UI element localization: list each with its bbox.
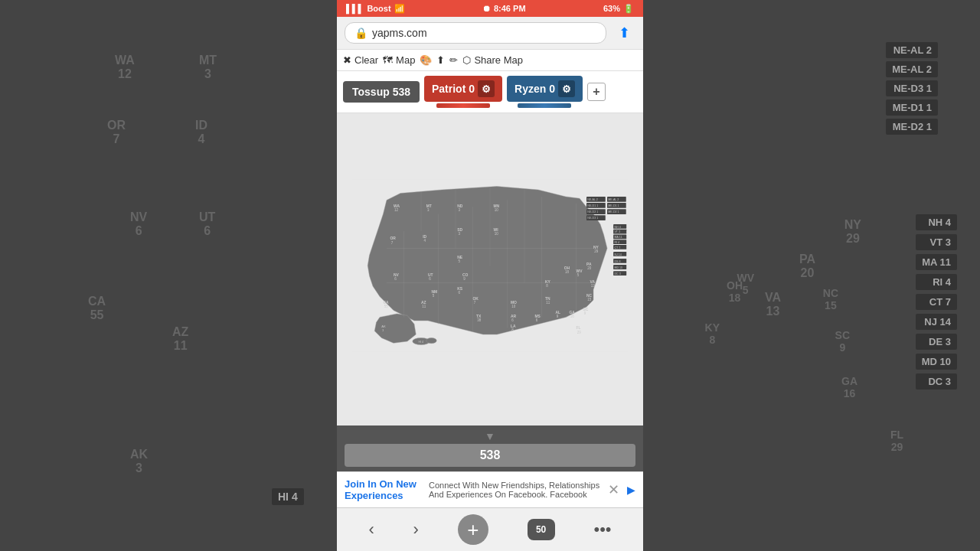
bg-state-ak: AK3: [130, 448, 148, 475]
bottom-nav: ‹ › + 50 •••: [337, 507, 643, 551]
badge-vt: VT 3: [916, 234, 957, 250]
badge-md: MD 10: [916, 354, 957, 370]
patriot-button[interactable]: Patriot 0 ⚙: [424, 76, 502, 102]
status-right: 63% 🔋: [603, 4, 634, 14]
bg-label-ne-al2: NE-AL 2: [886, 42, 938, 58]
map-icon: 🗺: [383, 54, 393, 66]
new-tab-button[interactable]: +: [458, 514, 488, 545]
record-icon: ⏺: [482, 4, 491, 13]
tabs-button[interactable]: 50: [528, 519, 555, 540]
ad-banner: Join In On New Experiences Connect With …: [337, 471, 643, 507]
forward-button[interactable]: ›: [413, 520, 419, 540]
map-area: WA 12 MT 3 OR 7 ID 4 ND 3 SD 3 NE 5 MN 1…: [337, 113, 643, 425]
svg-text:MA 11: MA 11: [614, 236, 622, 239]
badge-nh: NH 4: [916, 214, 957, 230]
menu-button[interactable]: •••: [593, 520, 611, 540]
svg-text:16: 16: [570, 315, 575, 318]
map-button[interactable]: 🗺 Map: [383, 54, 415, 66]
url-text: yapms.com: [372, 27, 427, 39]
battery-icon: 🔋: [623, 4, 634, 14]
ryzen-button[interactable]: Ryzen 0 ⚙: [507, 76, 583, 102]
url-box[interactable]: 🔒 yapms.com: [345, 22, 606, 44]
add-candidate-button[interactable]: +: [587, 83, 606, 101]
svg-text:38: 38: [477, 318, 482, 322]
ad-cta[interactable]: Join In On New Experiences: [345, 478, 421, 501]
ryzen-gear[interactable]: ⚙: [558, 80, 575, 97]
paint-button[interactable]: 🎨: [420, 54, 432, 66]
svg-text:WI: WI: [494, 228, 499, 232]
status-center: ⏺ 8:46 PM: [482, 4, 526, 13]
svg-text:NE-D2 1: NE-D2 1: [587, 210, 598, 214]
phone-frame: ▌▌▌ Boost 📶 ⏺ 8:46 PM 63% 🔋 🔒 yapms.com …: [337, 0, 643, 551]
svg-text:WV: WV: [577, 269, 583, 273]
ad-close-button[interactable]: ✕: [608, 481, 619, 498]
edit-button[interactable]: ✏: [449, 54, 458, 66]
svg-point-4: [426, 338, 437, 344]
svg-text:13: 13: [591, 284, 596, 288]
patriot-color-bar: [436, 103, 490, 108]
badge-ct: CT 7: [916, 294, 957, 310]
svg-text:ME-D2 1: ME-D2 1: [608, 210, 619, 214]
back-button[interactable]: ‹: [368, 520, 374, 540]
candidate-bar: Tossup 538 Patriot 0 ⚙ Ryzen 0 ⚙ +: [337, 71, 643, 113]
bg-ny: NY29: [844, 218, 861, 246]
bg-state-or: OR7: [107, 119, 126, 146]
battery-label: 63%: [603, 4, 620, 13]
svg-text:15: 15: [587, 298, 592, 302]
bg-label-me-al2: ME-AL 2: [886, 61, 938, 77]
bg-pa: PA20: [799, 253, 815, 280]
score-triangle: ▼: [485, 430, 495, 442]
svg-text:WA: WA: [394, 204, 400, 208]
svg-text:RI 4: RI 4: [614, 241, 619, 244]
svg-text:DC 3: DC 3: [614, 272, 620, 276]
bg-ga: GA16: [841, 375, 858, 399]
ad-body: Connect With New Friendships, Relationsh…: [429, 481, 600, 499]
share-button[interactable]: ⬆: [612, 21, 635, 44]
svg-text:HI 4: HI 4: [418, 341, 423, 344]
patriot-gear[interactable]: ⚙: [478, 80, 495, 97]
clear-button[interactable]: ✖ Clear: [343, 54, 378, 66]
signal-icon: ▌▌▌: [346, 4, 364, 13]
share-map-label: Share Map: [474, 54, 523, 66]
score-value: 538: [480, 448, 501, 461]
us-map[interactable]: WA 12 MT 3 OR 7 ID 4 ND 3 SD 3 NE 5 MN 1…: [352, 178, 628, 361]
svg-text:NC: NC: [586, 294, 593, 298]
svg-text:CO: CO: [462, 273, 469, 277]
toolbar: ✖ Clear 🗺 Map 🎨 ⬆ ✏ ⬡ Share Map: [337, 50, 643, 71]
svg-text:11: 11: [422, 305, 426, 308]
svg-text:AR: AR: [511, 315, 517, 318]
bg-state-ca: CA55: [88, 295, 106, 322]
ryzen-group: Ryzen 0 ⚙: [507, 76, 583, 108]
svg-text:MO: MO: [511, 301, 517, 305]
tabs-count: 50: [536, 524, 546, 535]
bg-nc: NC15: [823, 287, 838, 311]
bg-state-wa: WA12: [115, 54, 135, 81]
upload-button[interactable]: ⬆: [436, 54, 445, 66]
address-bar: 🔒 yapms.com ⬆: [337, 17, 643, 50]
svg-text:10: 10: [511, 305, 516, 308]
svg-text:OH: OH: [564, 266, 570, 270]
share-map-button[interactable]: ⬡ Share Map: [462, 54, 523, 66]
badge-nj: NJ 14: [916, 314, 957, 330]
bg-fl: FL29: [890, 429, 903, 453]
svg-text:CA: CA: [384, 301, 390, 305]
svg-text:12: 12: [394, 208, 399, 212]
badge-ma: MA 11: [916, 254, 957, 270]
clear-label: Clear: [354, 54, 378, 66]
edit-icon: ✏: [449, 54, 458, 66]
svg-text:NJ 14: NJ 14: [614, 253, 621, 256]
bg-label-me-d1: ME-D1 1: [886, 99, 938, 116]
svg-text:ME-D1 1: ME-D1 1: [608, 204, 619, 207]
bg-ky: KY8: [705, 321, 720, 346]
carrier-label: Boost: [367, 4, 390, 13]
tossup-button[interactable]: Tossup 538: [343, 81, 420, 103]
svg-text:MT: MT: [426, 204, 432, 208]
bg-state-nv: NV6: [130, 210, 147, 238]
svg-text:TN: TN: [545, 297, 550, 301]
svg-text:29: 29: [577, 331, 582, 334]
badge-ri: RI 4: [916, 274, 957, 290]
svg-text:NY: NY: [593, 246, 599, 249]
svg-text:11: 11: [546, 301, 550, 305]
patriot-label: Patriot 0: [432, 83, 475, 95]
paint-icon: 🎨: [420, 54, 432, 66]
